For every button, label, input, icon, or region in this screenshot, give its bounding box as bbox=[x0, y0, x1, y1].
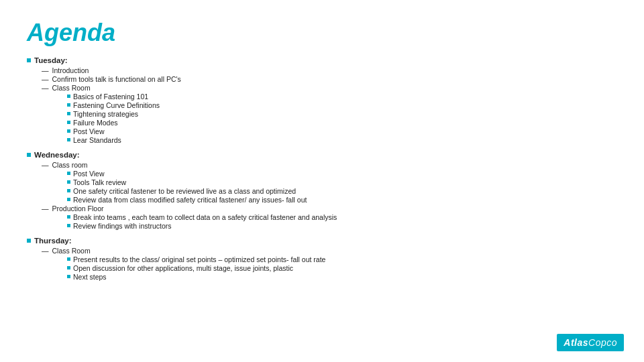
section-bullet bbox=[27, 58, 31, 62]
sub-item: Open discussion for other applications, … bbox=[67, 264, 617, 272]
sub-item-label: Tools Talk review bbox=[73, 178, 126, 186]
sub-bullet bbox=[67, 95, 70, 98]
sub-item-label: Basics of Fastening 101 bbox=[73, 93, 148, 101]
logo-area: AtlasCopco bbox=[557, 334, 624, 351]
sub-item-label: Post View bbox=[73, 127, 105, 135]
sub-item-label: Present results to the class/ original s… bbox=[73, 255, 325, 263]
sub-item-label: Review findings with instructors bbox=[73, 222, 171, 230]
sub-item-label: One safety critical fastener to be revie… bbox=[73, 187, 296, 195]
sub-item-label: Review data from class modified safety c… bbox=[73, 196, 307, 204]
sub-bullet bbox=[67, 121, 70, 124]
thursday-dash-list: Class RoomPresent results to the class/ … bbox=[42, 247, 617, 281]
thursday-title: Thursday: bbox=[27, 237, 617, 245]
sub-item: Fastening Curve Definitions bbox=[67, 101, 617, 109]
dash-item-label: Introduction bbox=[52, 66, 89, 74]
sub-item: Present results to the class/ original s… bbox=[67, 255, 617, 263]
sub-bullet bbox=[67, 138, 70, 141]
sub-item: Post View bbox=[67, 127, 617, 135]
dash-item-label: Class Room bbox=[52, 247, 91, 255]
sub-item-label: Lear Standards bbox=[73, 136, 121, 144]
dash-item-text: Class room bbox=[42, 161, 617, 169]
sub-item: Next steps bbox=[67, 273, 617, 281]
tuesday-dash-list: IntroductionConfirm tools talk is functi… bbox=[42, 66, 617, 144]
logo-text: AtlasCopco bbox=[564, 337, 617, 348]
section-bullet bbox=[27, 239, 31, 243]
dash-item-label: Confirm tools talk is functional on all … bbox=[52, 75, 181, 83]
section-wednesday: Wednesday:Class roomPost ViewTools Talk … bbox=[27, 151, 617, 230]
sub-item-label: Fastening Curve Definitions bbox=[73, 101, 160, 109]
thursday-label: Thursday: bbox=[34, 237, 72, 245]
sub-bullet bbox=[67, 275, 70, 278]
wednesday-label: Wednesday: bbox=[34, 151, 80, 159]
dash-item-label: Class Room bbox=[52, 84, 91, 92]
sub-bullet bbox=[67, 257, 70, 261]
dash-item-text: Production Floor bbox=[42, 204, 617, 213]
sub-item-label: Post View bbox=[73, 170, 105, 178]
sub-bullet bbox=[67, 180, 70, 184]
sub-list: Post ViewTools Talk reviewOne safety cri… bbox=[67, 170, 617, 204]
sub-bullet bbox=[67, 129, 70, 133]
sub-bullet bbox=[67, 189, 70, 192]
wednesday-dash-list: Class roomPost ViewTools Talk reviewOne … bbox=[42, 161, 617, 230]
sub-bullet bbox=[67, 266, 70, 269]
sub-item: Lear Standards bbox=[67, 136, 617, 144]
sub-item: Break into teams , each team to collect … bbox=[67, 213, 617, 221]
sub-item: Tools Talk review bbox=[67, 178, 617, 186]
sub-item-label: Tightening strategies bbox=[73, 110, 138, 118]
dash-item-label: Class room bbox=[52, 161, 88, 169]
sub-list: Basics of Fastening 101Fastening Curve D… bbox=[67, 93, 617, 144]
sub-item-label: Failure Modes bbox=[73, 119, 118, 127]
sub-list: Present results to the class/ original s… bbox=[67, 255, 617, 281]
sub-bullet bbox=[67, 172, 70, 175]
tuesday-title: Tuesday: bbox=[27, 56, 617, 64]
wednesday-title: Wednesday: bbox=[27, 151, 617, 159]
sub-item-label: Open discussion for other applications, … bbox=[73, 264, 293, 272]
sub-item-label: Next steps bbox=[73, 273, 107, 281]
dash-item-text: Introduction bbox=[42, 66, 617, 74]
dash-item-text: Class Room bbox=[42, 247, 617, 255]
section-bullet bbox=[27, 153, 31, 157]
sub-list: Break into teams , each team to collect … bbox=[67, 213, 617, 230]
sub-bullet bbox=[67, 112, 70, 115]
page: Agenda Tuesday:IntroductionConfirm tools… bbox=[0, 0, 644, 362]
sub-item: Tightening strategies bbox=[67, 110, 617, 118]
dash-item-text: Class Room bbox=[42, 84, 617, 92]
sub-item: Basics of Fastening 101 bbox=[67, 93, 617, 101]
agenda-sections: Tuesday:IntroductionConfirm tools talk i… bbox=[27, 56, 617, 281]
sub-bullet bbox=[67, 198, 70, 201]
sub-item: Post View bbox=[67, 170, 617, 178]
sub-bullet bbox=[67, 215, 70, 219]
page-title: Agenda bbox=[27, 19, 617, 47]
dash-item-text: Confirm tools talk is functional on all … bbox=[42, 75, 617, 83]
sub-item: Review data from class modified safety c… bbox=[67, 196, 617, 204]
sub-bullet bbox=[67, 103, 70, 107]
sub-item: Failure Modes bbox=[67, 119, 617, 127]
sub-item: One safety critical fastener to be revie… bbox=[67, 187, 617, 195]
sub-item-label: Break into teams , each team to collect … bbox=[73, 213, 337, 221]
dash-item-label: Production Floor bbox=[52, 204, 104, 213]
section-tuesday: Tuesday:IntroductionConfirm tools talk i… bbox=[27, 56, 617, 144]
sub-item: Review findings with instructors bbox=[67, 222, 617, 230]
tuesday-label: Tuesday: bbox=[34, 56, 68, 64]
section-thursday: Thursday:Class RoomPresent results to th… bbox=[27, 237, 617, 281]
sub-bullet bbox=[67, 224, 70, 227]
